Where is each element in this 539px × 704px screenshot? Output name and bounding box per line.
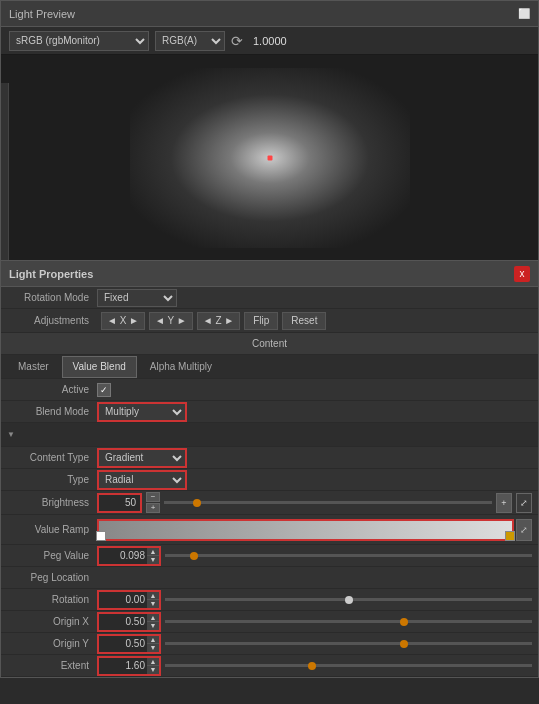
rotation-down[interactable]: ▼ — [147, 600, 159, 608]
origin-y-stepper: ▲ ▼ — [147, 634, 161, 654]
channel-select[interactable]: RGB(A) — [155, 31, 225, 51]
reset-button[interactable]: Reset — [282, 312, 326, 330]
value-ramp-gradient[interactable] — [97, 519, 514, 541]
active-label: Active — [7, 384, 97, 395]
type-select[interactable]: Radial — [97, 470, 187, 490]
origin-y-row: Origin Y 0.50 ▲ ▼ — [1, 633, 538, 655]
z-axis-label: ◄ Z ► — [203, 315, 234, 326]
origin-y-input[interactable]: 0.50 — [97, 634, 147, 654]
peg-value-slider[interactable] — [165, 554, 532, 557]
peg-value-down[interactable]: ▼ — [147, 556, 159, 564]
brightness-stepper: − + — [146, 492, 160, 513]
brightness-expand-btn[interactable]: + — [496, 493, 512, 513]
peg-value-up[interactable]: ▲ — [147, 548, 159, 557]
peg-location-row: Peg Location — [1, 567, 538, 589]
brightness-content: 50 − + + ⤢ — [97, 492, 532, 513]
extent-up[interactable]: ▲ — [147, 658, 159, 667]
properties-titlebar: Light Properties x — [1, 261, 538, 287]
origin-y-up[interactable]: ▲ — [147, 636, 159, 645]
x-axis-button[interactable]: ◄ X ► — [101, 312, 145, 330]
light-properties-panel: Light Properties x Rotation Mode Fixed A… — [0, 260, 539, 678]
light-preview-title: Light Preview — [9, 8, 75, 20]
light-preview-titlebar: Light Preview ⬜ — [1, 1, 538, 27]
rotate-icon[interactable]: ⟳ — [231, 33, 243, 49]
rotation-stepper: ▲ ▼ — [147, 590, 161, 610]
y-axis-button[interactable]: ◄ Y ► — [149, 312, 193, 330]
extent-label: Extent — [7, 660, 97, 671]
content-label: Content — [252, 338, 287, 349]
value-ramp-label: Value Ramp — [7, 524, 97, 535]
properties-title: Light Properties — [9, 268, 93, 280]
origin-x-label: Origin X — [7, 616, 97, 627]
blend-mode-label: Blend Mode — [7, 406, 97, 417]
peg-value-field: 0.098 ▲ ▼ — [97, 546, 161, 566]
y-axis-label: ◄ Y ► — [155, 315, 187, 326]
color-space-select[interactable]: sRGB (rgbMonitor) — [9, 31, 149, 51]
origin-x-down[interactable]: ▼ — [147, 622, 159, 630]
peg-value-input[interactable]: 0.098 — [97, 546, 147, 566]
extent-input[interactable]: 1.60 — [97, 656, 147, 676]
exposure-value: 1.0000 — [253, 35, 287, 47]
preview-toolbar: sRGB (rgbMonitor) RGB(A) ⟳ 1.0000 — [1, 27, 538, 55]
value-ramp-row: Value Ramp ⤢ — [1, 515, 538, 545]
origin-y-field: 0.50 ▲ ▼ — [97, 634, 161, 654]
collapse-icon[interactable]: ▼ — [5, 429, 17, 441]
content-type-content: Gradient — [97, 448, 532, 468]
tab-alpha-multiply[interactable]: Alpha Multiply — [139, 356, 223, 378]
rotation-slider[interactable] — [165, 598, 532, 601]
rotation-mode-select[interactable]: Fixed — [97, 289, 177, 307]
side-strip — [1, 83, 9, 260]
content-type-row: Content Type Gradient — [1, 447, 538, 469]
extent-row: Extent 1.60 ▲ ▼ — [1, 655, 538, 677]
rotation-input[interactable]: 0.00 — [97, 590, 147, 610]
extent-field: 1.60 ▲ ▼ — [97, 656, 161, 676]
content-bar: Content — [1, 333, 538, 355]
active-row: Active ✓ — [1, 379, 538, 401]
preview-canvas — [1, 55, 538, 260]
origin-x-slider[interactable] — [165, 620, 532, 623]
brightness-slider[interactable] — [164, 501, 492, 504]
brightness-row: Brightness 50 − + + ⤢ — [1, 491, 538, 515]
peg-value-row: Peg Value 0.098 ▲ ▼ — [1, 545, 538, 567]
peg-value-stepper: ▲ ▼ — [147, 546, 161, 566]
origin-y-slider[interactable] — [165, 642, 532, 645]
preview-dot — [267, 155, 272, 160]
brightness-plus-btn[interactable]: + — [146, 503, 160, 513]
extent-down[interactable]: ▼ — [147, 666, 159, 674]
maximize-icon[interactable]: ⬜ — [518, 8, 530, 19]
origin-x-stepper: ▲ ▼ — [147, 612, 161, 632]
ramp-left-peg[interactable] — [96, 531, 106, 541]
blend-mode-row: Blend Mode Multiply — [1, 401, 538, 423]
rotation-up[interactable]: ▲ — [147, 592, 159, 601]
rotation-mode-row: Rotation Mode Fixed — [1, 287, 538, 309]
origin-y-down[interactable]: ▼ — [147, 644, 159, 652]
tab-value-blend[interactable]: Value Blend — [62, 356, 137, 378]
peg-location-label: Peg Location — [7, 572, 97, 583]
origin-x-up[interactable]: ▲ — [147, 614, 159, 623]
x-axis-label: ◄ X ► — [107, 315, 139, 326]
tabs-row: Master Value Blend Alpha Multiply — [1, 355, 538, 379]
ramp-expand-btn[interactable]: ⤢ — [516, 519, 532, 541]
extent-stepper: ▲ ▼ — [147, 656, 161, 676]
brightness-input[interactable]: 50 — [97, 493, 142, 513]
extent-slider[interactable] — [165, 664, 532, 667]
adjustments-label: Adjustments — [7, 315, 97, 326]
tab-master[interactable]: Master — [7, 356, 60, 378]
z-axis-button[interactable]: ◄ Z ► — [197, 312, 240, 330]
brightness-minus-btn[interactable]: − — [146, 492, 160, 502]
type-content: Radial — [97, 470, 532, 490]
blend-mode-select[interactable]: Multiply — [97, 402, 187, 422]
blend-mode-content: Multiply — [97, 402, 532, 422]
content-type-label: Content Type — [7, 452, 97, 463]
origin-y-label: Origin Y — [7, 638, 97, 649]
origin-x-field: 0.50 ▲ ▼ — [97, 612, 161, 632]
close-button[interactable]: x — [514, 266, 530, 282]
ramp-right-peg[interactable] — [505, 531, 515, 541]
flip-button[interactable]: Flip — [244, 312, 278, 330]
brightness-expand-btn2[interactable]: ⤢ — [516, 493, 532, 513]
light-preview-panel: Light Preview ⬜ sRGB (rgbMonitor) RGB(A)… — [0, 0, 539, 260]
section-divider: ▼ — [1, 423, 538, 447]
active-checkbox[interactable]: ✓ — [97, 383, 111, 397]
content-type-select[interactable]: Gradient — [97, 448, 187, 468]
origin-x-input[interactable]: 0.50 — [97, 612, 147, 632]
